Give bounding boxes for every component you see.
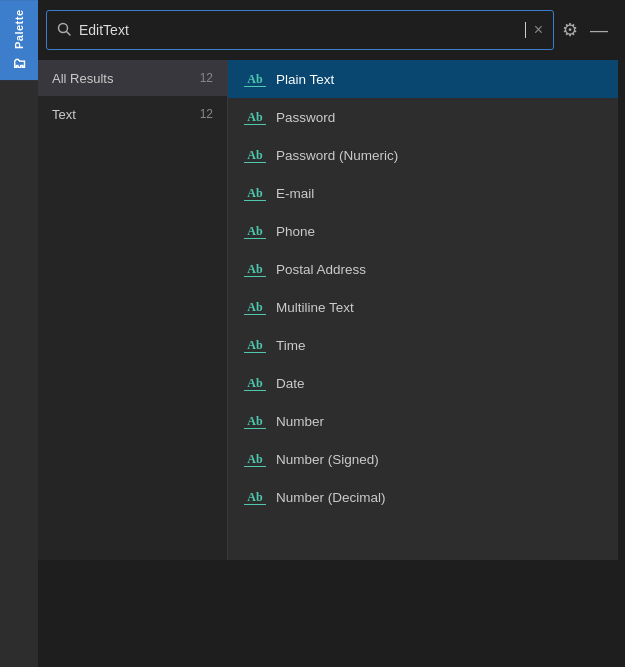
ab-icon-date: Ab xyxy=(244,376,266,391)
settings-icon[interactable]: ⚙ xyxy=(562,19,578,41)
result-label-time: Time xyxy=(276,338,306,353)
result-label-email: E-mail xyxy=(276,186,314,201)
search-box[interactable]: EditText × xyxy=(46,10,554,50)
ab-icon-number: Ab xyxy=(244,414,266,429)
ab-icon-password: Ab xyxy=(244,110,266,125)
result-label-number-decimal: Number (Decimal) xyxy=(276,490,386,505)
search-dropdown-panel: EditText × ⚙ — All Results 12 Text 12 Ab… xyxy=(38,0,618,560)
palette-tab[interactable]: 🗂 Palette xyxy=(0,0,38,80)
result-label-multiline-text: Multiline Text xyxy=(276,300,354,315)
minimize-icon[interactable]: — xyxy=(590,20,608,41)
ab-icon-number-signed: Ab xyxy=(244,452,266,467)
result-item-password-numeric[interactable]: Ab Password (Numeric) xyxy=(228,136,618,174)
result-item-number-decimal[interactable]: Ab Number (Decimal) xyxy=(228,478,618,516)
category-text-label: Text xyxy=(52,107,76,122)
result-item-phone[interactable]: Ab Phone xyxy=(228,212,618,250)
search-icon xyxy=(57,22,71,39)
results-list: Ab Plain Text Ab Password Ab Password (N… xyxy=(228,60,618,560)
results-container: All Results 12 Text 12 Ab Plain Text Ab … xyxy=(38,60,618,560)
result-label-number: Number xyxy=(276,414,324,429)
search-row: EditText × ⚙ — xyxy=(38,0,618,60)
result-label-date: Date xyxy=(276,376,305,391)
result-item-password[interactable]: Ab Password xyxy=(228,98,618,136)
ab-icon-time: Ab xyxy=(244,338,266,353)
search-cursor xyxy=(525,22,526,38)
result-label-number-signed: Number (Signed) xyxy=(276,452,379,467)
category-text[interactable]: Text 12 xyxy=(38,96,227,132)
result-item-number[interactable]: Ab Number xyxy=(228,402,618,440)
result-item-multiline-text[interactable]: Ab Multiline Text xyxy=(228,288,618,326)
result-label-password-numeric: Password (Numeric) xyxy=(276,148,398,163)
result-item-plain-text[interactable]: Ab Plain Text xyxy=(228,60,618,98)
category-all-results-label: All Results xyxy=(52,71,113,86)
search-input-value: EditText xyxy=(79,22,516,38)
result-label-postal-address: Postal Address xyxy=(276,262,366,277)
category-text-count: 12 xyxy=(200,107,213,121)
ab-icon-postal-address: Ab xyxy=(244,262,266,277)
result-label-password: Password xyxy=(276,110,335,125)
svg-line-1 xyxy=(67,31,71,35)
result-item-postal-address[interactable]: Ab Postal Address xyxy=(228,250,618,288)
ab-icon-password-numeric: Ab xyxy=(244,148,266,163)
result-item-date[interactable]: Ab Date xyxy=(228,364,618,402)
header-icons: ⚙ — xyxy=(562,19,608,41)
ab-icon-plain-text: Ab xyxy=(244,72,266,87)
ab-icon-multiline-text: Ab xyxy=(244,300,266,315)
result-label-plain-text: Plain Text xyxy=(276,72,334,87)
palette-tab-icon: 🗂 xyxy=(11,56,27,71)
category-list: All Results 12 Text 12 xyxy=(38,60,228,560)
ab-icon-number-decimal: Ab xyxy=(244,490,266,505)
result-item-number-signed[interactable]: Ab Number (Signed) xyxy=(228,440,618,478)
ab-icon-email: Ab xyxy=(244,186,266,201)
search-clear-button[interactable]: × xyxy=(534,22,543,38)
category-all-results-count: 12 xyxy=(200,71,213,85)
palette-sidebar: 🗂 Palette xyxy=(0,0,38,667)
palette-tab-label: Palette xyxy=(13,10,25,50)
ab-icon-phone: Ab xyxy=(244,224,266,239)
result-item-time[interactable]: Ab Time xyxy=(228,326,618,364)
category-all-results[interactable]: All Results 12 xyxy=(38,60,227,96)
result-label-phone: Phone xyxy=(276,224,315,239)
result-item-email[interactable]: Ab E-mail xyxy=(228,174,618,212)
